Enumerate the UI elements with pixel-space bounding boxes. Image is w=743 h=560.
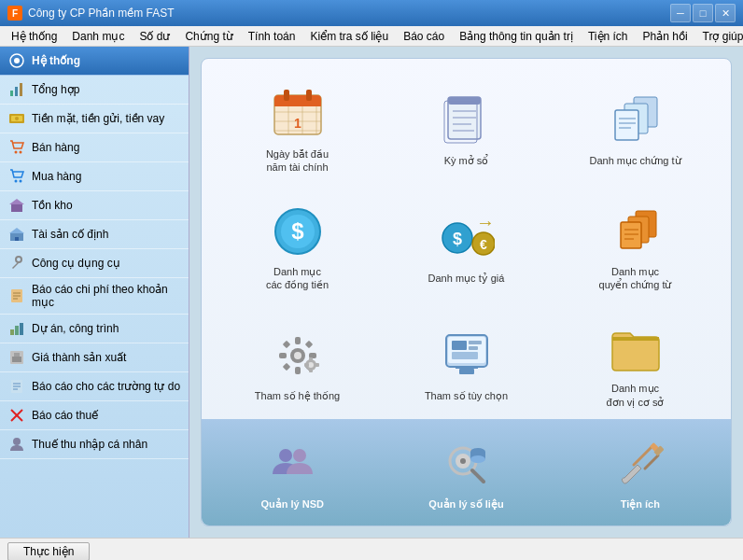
sidebar-item-ton-kho[interactable]: Tồn kho bbox=[0, 191, 189, 220]
content-panel: 1 Ngày bắt đầunăm tài chính bbox=[201, 58, 732, 526]
sidebar-item-cong-cu[interactable]: Công cụ dụng cụ bbox=[0, 249, 189, 278]
sidebar-label-bao-cao-thue: Báo cáo thuế bbox=[32, 409, 98, 422]
tien-mat-icon bbox=[7, 109, 26, 128]
danh-muc-ty-gia-label: Danh mục tỷ giá bbox=[428, 272, 505, 285]
svg-rect-18 bbox=[15, 237, 19, 241]
sidebar-item-mua-hang[interactable]: Mua hàng bbox=[0, 162, 189, 191]
quan-ly-so-lieu-icon bbox=[436, 434, 496, 494]
sidebar-label-bao-cao-truong: Báo cáo cho các trường tự do bbox=[32, 380, 180, 393]
bao-cao-truong-icon bbox=[7, 377, 26, 396]
svg-point-11 bbox=[20, 151, 22, 154]
ngay-bat-dau-label: Ngày bắt đầunăm tài chính bbox=[266, 147, 329, 175]
svg-rect-29 bbox=[14, 353, 20, 357]
menu-chung-tu[interactable]: Chứng từ bbox=[177, 28, 240, 45]
sidebar-item-bao-cao-thue[interactable]: Báo cáo thuế bbox=[0, 401, 189, 430]
tong-hop-icon bbox=[7, 80, 26, 99]
bottom-tien-ich[interactable]: Tiện ích bbox=[557, 427, 723, 518]
sidebar-label-cong-cu: Công cụ dụng cụ bbox=[32, 257, 120, 270]
mua-hang-icon bbox=[7, 167, 26, 186]
content-area: 1 Ngày bắt đầunăm tài chính bbox=[189, 47, 743, 538]
danh-muc-ty-gia-icon: $ → € bbox=[437, 208, 497, 268]
grid-item-tham-so-he-thong[interactable]: Tham số hệ thống bbox=[217, 309, 378, 419]
svg-line-105 bbox=[472, 470, 484, 482]
menu-bao-cao[interactable]: Báo cáo bbox=[396, 28, 452, 45]
svg-rect-96 bbox=[469, 346, 478, 350]
maximize-button[interactable]: □ bbox=[693, 4, 713, 22]
menu-danh-muc[interactable]: Danh mục bbox=[64, 28, 132, 45]
svg-point-100 bbox=[279, 449, 292, 462]
menu-tro-giup[interactable]: Trợ giúp bbox=[695, 28, 743, 45]
menu-tinh-toan[interactable]: Tính toán bbox=[241, 28, 303, 45]
quan-ly-nsd-icon bbox=[262, 434, 322, 494]
sidebar-item-ban-hang[interactable]: Bán hàng bbox=[0, 133, 189, 162]
danh-muc-chung-tu-icon bbox=[606, 91, 666, 150]
svg-rect-82 bbox=[282, 340, 289, 347]
sidebar-label-tien-mat: Tiền mặt, tiền gửi, tiền vay bbox=[32, 112, 164, 125]
cong-cu-icon bbox=[7, 254, 26, 273]
menu-kiem-tra[interactable]: Kiểm tra số liệu bbox=[302, 28, 396, 45]
svg-rect-91 bbox=[315, 363, 319, 367]
bottom-quan-ly-so-lieu[interactable]: Quản lý số liệu bbox=[383, 427, 549, 518]
menu-he-thong[interactable]: Hệ thống bbox=[4, 28, 64, 45]
svg-rect-6 bbox=[20, 83, 22, 96]
svg-text:→: → bbox=[476, 212, 495, 232]
sidebar-label-tong-hop: Tổng hợp bbox=[32, 83, 79, 96]
svg-rect-14 bbox=[11, 204, 22, 212]
sidebar-item-du-an[interactable]: Dự án, công trình bbox=[0, 315, 189, 343]
minimize-button[interactable]: ─ bbox=[670, 4, 691, 22]
grid-item-tham-so-tuy-chon[interactable]: Tham số tùy chọn bbox=[386, 309, 547, 419]
sidebar-label-tai-san: Tài sản cố định bbox=[32, 228, 108, 241]
grid-item-danh-muc-quyen[interactable]: Danh mụcquyển chứng từ bbox=[554, 191, 716, 301]
svg-rect-84 bbox=[282, 362, 289, 370]
svg-rect-80 bbox=[279, 353, 287, 358]
ky-mo-so-label: Kỳ mở sổ bbox=[444, 154, 489, 167]
grid-item-ngay-bat-dau[interactable]: 1 Ngày bắt đầunăm tài chính bbox=[217, 74, 378, 184]
menu-tien-ich[interactable]: Tiện ích bbox=[581, 28, 636, 45]
svg-point-77 bbox=[294, 352, 301, 359]
tham-so-he-thong-icon bbox=[268, 326, 328, 385]
bao-cao-chi-phi-icon bbox=[7, 287, 26, 305]
sidebar-label-ton-kho: Tồn kho bbox=[32, 199, 73, 212]
menu-bar: Hệ thống Danh mục Số dư Chứng từ Tính to… bbox=[0, 26, 743, 47]
sidebar-item-bao-cao-truong[interactable]: Báo cáo cho các trường tự do bbox=[0, 372, 189, 401]
grid-item-danh-muc-chung-tu[interactable]: Danh mục chứng từ bbox=[554, 74, 716, 184]
svg-point-108 bbox=[470, 455, 485, 463]
close-button[interactable]: ✕ bbox=[715, 4, 736, 22]
sidebar-item-tien-mat[interactable]: Tiền mặt, tiền gửi, tiền vay bbox=[0, 105, 189, 133]
sidebar-item-thue-thu-nhap[interactable]: Thuế thu nhập cá nhân bbox=[0, 430, 189, 459]
svg-rect-26 bbox=[20, 323, 23, 335]
grid-item-danh-muc-ty-gia[interactable]: $ → € Danh mục tỷ giá bbox=[386, 191, 547, 301]
sidebar-item-bao-cao-chi-phi[interactable]: Báo cáo chi phí theo khoản mục bbox=[0, 278, 189, 315]
grid-item-danh-muc-don-vi[interactable]: Danh mụcđơn vị cơ sở bbox=[554, 309, 716, 419]
grid-item-danh-muc-dong-tien[interactable]: $ Danh mụccác đồng tiền bbox=[217, 191, 378, 301]
app-icon: F bbox=[7, 6, 22, 21]
svg-text:1: 1 bbox=[294, 116, 301, 131]
ngay-bat-dau-icon: 1 bbox=[268, 84, 328, 144]
menu-bang-thong-tin[interactable]: Bảng thông tin quản trị bbox=[452, 28, 581, 45]
sidebar-label-mua-hang: Mua hàng bbox=[32, 170, 81, 183]
sidebar-item-gia-thanh[interactable]: Giá thành sản xuất bbox=[0, 343, 189, 372]
thue-thu-nhap-icon bbox=[7, 435, 26, 454]
bottom-quan-ly-nsd[interactable]: Quản lý NSD bbox=[209, 427, 375, 518]
sidebar-item-tong-hop[interactable]: Tổng hợp bbox=[0, 76, 189, 105]
sidebar: Hệ thống Tổng hợp Tiền mặt, tiền gửi, bbox=[0, 47, 189, 538]
sidebar-item-he-thong[interactable]: Hệ thống bbox=[0, 47, 189, 76]
menu-so-du[interactable]: Số dư bbox=[132, 28, 177, 45]
menu-phan-hoi[interactable]: Phản hồi bbox=[636, 28, 695, 45]
svg-rect-28 bbox=[12, 357, 21, 362]
thuc-hien-button[interactable]: Thực hiện bbox=[7, 542, 90, 561]
svg-rect-41 bbox=[306, 90, 312, 101]
svg-rect-40 bbox=[284, 90, 289, 101]
sidebar-item-tai-san[interactable]: Tài sản cố định bbox=[0, 220, 189, 249]
danh-muc-quyen-label: Danh mụcquyển chứng từ bbox=[599, 265, 672, 292]
bao-cao-thue-icon bbox=[7, 406, 26, 425]
svg-rect-89 bbox=[309, 368, 313, 372]
main-grid: 1 Ngày bắt đầunăm tài chính bbox=[217, 74, 716, 419]
sidebar-label-ban-hang: Bán hàng bbox=[32, 141, 79, 154]
grid-item-ky-mo-so[interactable]: Kỳ mở sổ bbox=[386, 74, 547, 184]
svg-marker-17 bbox=[9, 228, 24, 233]
title-bar: F Công ty CP Phần mềm FAST ─ □ ✕ bbox=[0, 0, 743, 26]
tham-so-tuy-chon-icon bbox=[437, 326, 497, 385]
tham-so-tuy-chon-label: Tham số tùy chọn bbox=[425, 389, 508, 402]
svg-rect-98 bbox=[459, 369, 474, 374]
